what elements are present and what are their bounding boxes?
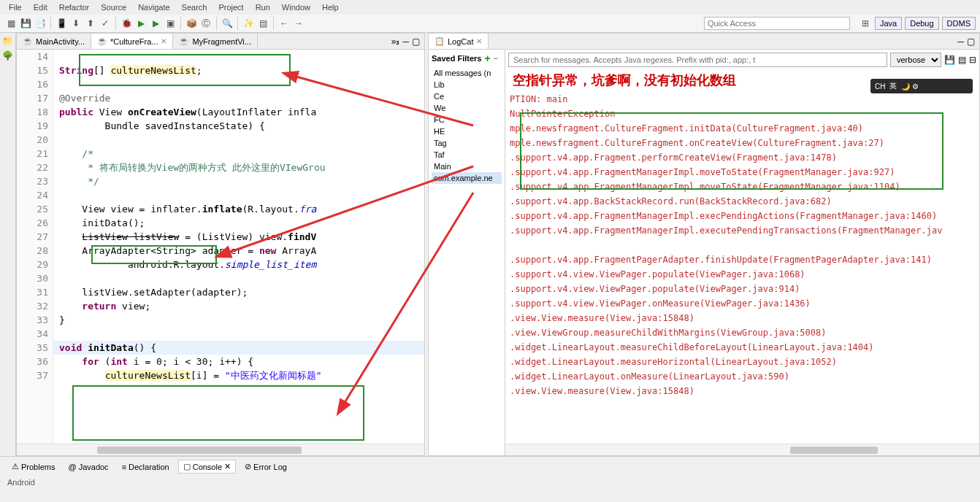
- editor-tab[interactable]: ☕MyFragmentVi...: [173, 34, 258, 49]
- code-line[interactable]: for (int i = 0; i < 30; i++) {: [53, 355, 424, 368]
- run-icon[interactable]: ▶: [134, 17, 148, 30]
- menu-file[interactable]: File: [6, 1, 25, 13]
- minimize-icon[interactable]: ─: [957, 36, 964, 47]
- menu-refactor[interactable]: Refactor: [56, 1, 93, 13]
- filter-item[interactable]: FC: [432, 114, 502, 126]
- editor-body[interactable]: 1415161718192021222324252627282930313233…: [17, 50, 424, 444]
- new-class-icon[interactable]: Ⓒ: [199, 17, 213, 30]
- menu-edit[interactable]: Edit: [31, 1, 50, 13]
- code-line[interactable]: ListView listView = (ListView) view.find…: [53, 230, 424, 244]
- log-line[interactable]: .view.View.measure(View.java:15848): [510, 384, 975, 398]
- maximize-icon[interactable]: ▢: [412, 36, 420, 47]
- log-line[interactable]: mple.newsfragment.CultureFragment.onCrea…: [510, 136, 975, 150]
- log-line[interactable]: .widget.LinearLayout.onMeasure(LinearLay…: [510, 369, 975, 384]
- menu-source[interactable]: Source: [98, 1, 129, 13]
- add-filter-icon[interactable]: +: [484, 53, 490, 64]
- menu-run[interactable]: Run: [253, 1, 273, 13]
- lint-icon[interactable]: ✓: [99, 17, 112, 30]
- code-line[interactable]: */: [53, 174, 424, 188]
- code-line[interactable]: [53, 50, 424, 63]
- new-package-icon[interactable]: 📦: [185, 17, 198, 30]
- maximize-icon[interactable]: ▢: [967, 36, 975, 47]
- download-icon[interactable]: ⬇: [69, 17, 83, 30]
- remove-filter-icon[interactable]: −: [494, 54, 498, 63]
- bottom-tab-problems[interactable]: ⚠Problems: [7, 460, 59, 473]
- log-line[interactable]: mple.newsfragment.CultureFragment.initDa…: [510, 121, 975, 136]
- menu-search[interactable]: Search: [179, 1, 210, 13]
- bottom-tab-console[interactable]: ▢Console ✕: [178, 460, 236, 474]
- outline-icon[interactable]: ▤: [256, 17, 269, 30]
- menu-project[interactable]: Project: [215, 1, 246, 13]
- code-line[interactable]: initData();: [53, 216, 424, 230]
- filter-item[interactable]: com.example.ne: [432, 172, 502, 184]
- run-ext-icon[interactable]: ▶: [149, 17, 162, 30]
- filter-item[interactable]: Ce: [432, 90, 502, 102]
- code-line[interactable]: }: [53, 313, 424, 327]
- filter-item[interactable]: Lib: [432, 79, 502, 90]
- ime-bar[interactable]: CH 英 🌙 ⚙: [870, 79, 973, 93]
- code-line[interactable]: * 将布局转换为View的两种方式 此外这里的VIewGrou: [53, 161, 424, 174]
- debug-icon[interactable]: 🐞: [120, 17, 133, 30]
- logcat-search-input[interactable]: [508, 53, 887, 67]
- editor-hscrollbar[interactable]: [17, 444, 424, 455]
- code-line[interactable]: @Override: [53, 91, 424, 105]
- perspective-ddms[interactable]: DDMS: [942, 17, 976, 30]
- device-icon[interactable]: 📱: [55, 17, 68, 30]
- log-line[interactable]: .support.v4.app.FragmentManagerImpl.move…: [510, 165, 975, 179]
- minimize-icon[interactable]: ─: [402, 36, 409, 47]
- log-line[interactable]: .support.v4.view.ViewPager.populate(View…: [510, 282, 975, 296]
- close-icon[interactable]: ✕: [224, 462, 231, 471]
- code-line[interactable]: ArrayAdapter<String> adapter = new Array…: [53, 244, 424, 258]
- logcat-hscrollbar[interactable]: [505, 444, 979, 455]
- code-line[interactable]: void initData() {: [53, 341, 424, 355]
- save-all-icon[interactable]: 📑: [34, 17, 47, 30]
- log-line[interactable]: .support.v4.view.ViewPager.onMeasure(Vie…: [510, 296, 975, 311]
- log-line[interactable]: .support.v4.view.ViewPager.populate(View…: [510, 267, 975, 282]
- code-line[interactable]: listView.setAdapter(adapter);: [53, 285, 424, 299]
- filter-item[interactable]: Tag: [432, 137, 502, 149]
- perspective-java[interactable]: Java: [875, 17, 902, 30]
- upload-icon[interactable]: ⬆: [84, 17, 97, 30]
- log-line[interactable]: .support.v4.app.FragmentManagerImpl.exec…: [510, 209, 975, 223]
- code-line[interactable]: public View onCreateView(LayoutInflater …: [53, 105, 424, 119]
- close-icon[interactable]: ✕: [476, 37, 482, 45]
- code-line[interactable]: [53, 77, 424, 91]
- wand-icon[interactable]: ✨: [242, 17, 255, 30]
- forward-icon[interactable]: →: [292, 17, 305, 30]
- coverage-icon[interactable]: ▣: [164, 17, 177, 30]
- log-line[interactable]: .support.v4.app.BackStackRecord.run(Back…: [510, 194, 975, 209]
- package-explorer-icon[interactable]: 📁: [2, 36, 13, 46]
- close-icon[interactable]: ✕: [161, 37, 166, 45]
- code-line[interactable]: Bundle savedInstanceState) {: [53, 119, 424, 133]
- logcat-lines[interactable]: PTION: mainNullPointerExceptionmple.news…: [505, 90, 979, 444]
- log-line[interactable]: .support.v4.app.FragmentManagerImpl.exec…: [510, 223, 975, 238]
- perspective-debug[interactable]: Debug: [905, 17, 938, 30]
- log-line[interactable]: .support.v4.app.FragmentPagerAdapter.fin…: [510, 252, 975, 267]
- code-line[interactable]: [53, 271, 424, 285]
- log-line[interactable]: PTION: main: [510, 92, 975, 107]
- quick-access-input[interactable]: [704, 17, 850, 30]
- code-line[interactable]: return view;: [53, 299, 424, 313]
- bottom-tab-error log[interactable]: ⊘Error Log: [240, 460, 291, 473]
- new-icon[interactable]: ▦: [4, 17, 18, 30]
- filter-item[interactable]: HE: [432, 126, 502, 137]
- code-line[interactable]: String[] cultureNewsList;: [53, 63, 424, 77]
- tab-logcat[interactable]: 📋 LogCat ✕: [429, 34, 489, 49]
- bottom-tab-declaration[interactable]: ≡Declaration: [118, 461, 174, 473]
- code-line[interactable]: cultureNewsList[i] = "中医药文化新闻标题": [53, 368, 424, 382]
- log-level-select[interactable]: verbose: [890, 53, 941, 67]
- menu-window[interactable]: Window: [279, 1, 313, 13]
- clear-log-icon[interactable]: ▤: [958, 55, 966, 65]
- filter-item[interactable]: Main: [432, 161, 502, 172]
- bottom-tab-javadoc[interactable]: @Javadoc: [64, 461, 112, 473]
- editor-tab[interactable]: ☕MainActivity...: [17, 34, 91, 49]
- log-line[interactable]: .view.View.measure(View.java:15848): [510, 311, 975, 325]
- save-icon[interactable]: 💾: [19, 17, 32, 30]
- save-log-icon[interactable]: 💾: [944, 55, 955, 65]
- log-line[interactable]: .view.ViewGroup.measureChildWithMargins(…: [510, 325, 975, 340]
- scroll-lock-icon[interactable]: ⊟: [969, 55, 976, 65]
- code-line[interactable]: [53, 327, 424, 341]
- log-line[interactable]: .widget.LinearLayout.measureHorizontal(L…: [510, 355, 975, 369]
- menu-help[interactable]: Help: [319, 1, 342, 13]
- code-line[interactable]: /*: [53, 147, 424, 161]
